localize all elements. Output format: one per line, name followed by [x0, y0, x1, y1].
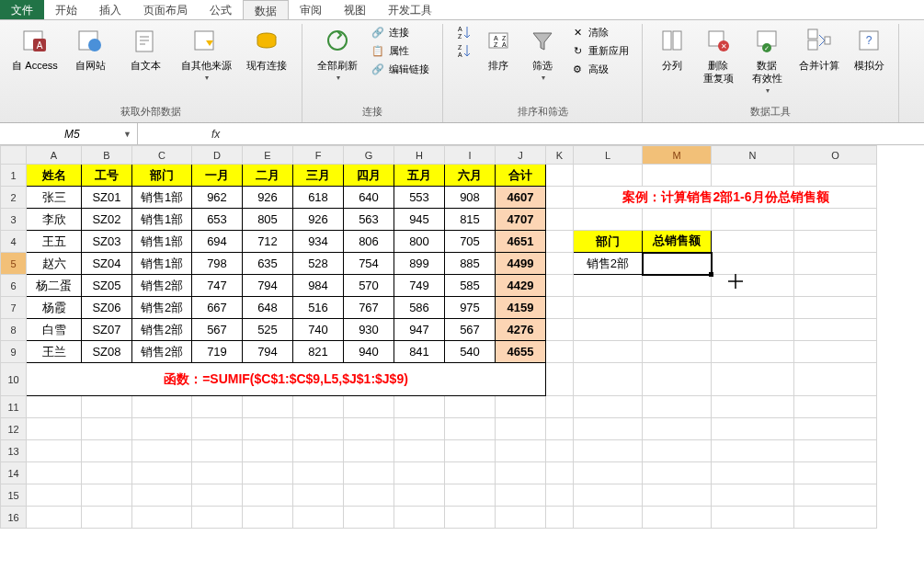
cell-N11[interactable] — [712, 396, 794, 418]
cell-D5[interactable]: 798 — [192, 253, 243, 275]
cell-O12[interactable] — [794, 418, 877, 440]
cell-I5[interactable]: 885 — [445, 253, 496, 275]
text-to-columns-button[interactable]: 分列 — [652, 24, 692, 74]
cell-E6[interactable]: 794 — [243, 275, 293, 297]
col-header-I[interactable]: I — [445, 146, 496, 165]
cell-A16[interactable] — [27, 507, 82, 529]
cell-B1[interactable]: 工号 — [82, 165, 132, 187]
cell-M12[interactable] — [643, 418, 712, 440]
cell-D1[interactable]: 一月 — [192, 165, 243, 187]
cell-O1[interactable] — [794, 165, 877, 187]
cell-C3[interactable]: 销售1部 — [132, 209, 192, 231]
col-header-O[interactable]: O — [794, 146, 877, 165]
cell-A8[interactable]: 白雪 — [27, 319, 82, 341]
cell-G7[interactable]: 767 — [344, 297, 394, 319]
sort-desc-button[interactable]: ZA — [452, 42, 474, 59]
connections-button[interactable]: 🔗连接 — [367, 24, 433, 40]
cell-F7[interactable]: 516 — [293, 297, 344, 319]
cell-K12[interactable] — [546, 418, 574, 440]
cell-F16[interactable] — [293, 507, 344, 529]
cell-E5[interactable]: 635 — [243, 253, 293, 275]
remove-duplicates-button[interactable]: ✕ 删除重复项 — [696, 24, 740, 86]
col-header-F[interactable]: F — [293, 146, 344, 165]
cell-A14[interactable] — [27, 462, 82, 484]
cell-F12[interactable] — [293, 418, 344, 440]
cell-H11[interactable] — [394, 396, 445, 418]
cell-J4[interactable]: 4651 — [496, 231, 546, 253]
cell-M15[interactable] — [643, 484, 712, 507]
cell-A12[interactable] — [27, 418, 82, 440]
cell-J1[interactable]: 合计 — [496, 165, 546, 187]
cell-K4[interactable] — [546, 231, 574, 253]
spreadsheet-grid[interactable]: ABCDEFGHIJKLMNO1姓名工号部门一月二月三月四月五月六月合计2张三S… — [0, 145, 924, 581]
cell-D12[interactable] — [192, 418, 243, 440]
cell-J13[interactable] — [496, 440, 546, 462]
cell-O15[interactable] — [794, 484, 877, 507]
cell-L7[interactable] — [574, 297, 643, 319]
cell-D9[interactable]: 719 — [192, 341, 243, 363]
cell-M1[interactable] — [643, 165, 712, 187]
col-header-B[interactable]: B — [82, 146, 132, 165]
cell-O4[interactable] — [794, 231, 877, 253]
row-header-13[interactable]: 13 — [1, 440, 27, 462]
cell-E7[interactable]: 648 — [243, 297, 293, 319]
cell-C14[interactable] — [132, 462, 192, 484]
cell-N1[interactable] — [712, 165, 794, 187]
cell-G16[interactable] — [344, 507, 394, 529]
cell-C15[interactable] — [132, 484, 192, 507]
cell-K8[interactable] — [546, 319, 574, 341]
tab-view[interactable]: 视图 — [333, 0, 377, 19]
cell-I3[interactable]: 815 — [445, 209, 496, 231]
cell-G1[interactable]: 四月 — [344, 165, 394, 187]
cell-L4[interactable]: 部门 — [574, 231, 643, 253]
cell-L15[interactable] — [574, 484, 643, 507]
cell-H12[interactable] — [394, 418, 445, 440]
cell-E1[interactable]: 二月 — [243, 165, 293, 187]
cell-F8[interactable]: 740 — [293, 319, 344, 341]
cell-G3[interactable]: 563 — [344, 209, 394, 231]
cell-C7[interactable]: 销售2部 — [132, 297, 192, 319]
row-header-3[interactable]: 3 — [1, 209, 27, 231]
cell-L1[interactable] — [574, 165, 643, 187]
row-header-1[interactable]: 1 — [1, 165, 27, 187]
cell-M13[interactable] — [643, 440, 712, 462]
row-header-14[interactable]: 14 — [1, 462, 27, 484]
cell-K7[interactable] — [546, 297, 574, 319]
edit-links-button[interactable]: 🔗编辑链接 — [367, 61, 433, 77]
cell-A5[interactable]: 赵六 — [27, 253, 82, 275]
cell-H6[interactable]: 749 — [394, 275, 445, 297]
row-header-5[interactable]: 5 — [1, 253, 27, 275]
cell-A13[interactable] — [27, 440, 82, 462]
cell-F15[interactable] — [293, 484, 344, 507]
cell-J16[interactable] — [496, 507, 546, 529]
row-header-4[interactable]: 4 — [1, 231, 27, 253]
reapply-button[interactable]: ↻重新应用 — [566, 42, 633, 59]
filter-button[interactable]: 筛选▾ — [522, 24, 563, 86]
from-text-button[interactable]: 自文本 — [120, 24, 171, 74]
cell-N7[interactable] — [712, 297, 794, 319]
row-header-15[interactable]: 15 — [1, 484, 27, 507]
cell-J5[interactable]: 4499 — [496, 253, 546, 275]
name-box[interactable]: M5 ▼ — [0, 123, 138, 144]
cell-O16[interactable] — [794, 507, 877, 529]
row-header-7[interactable]: 7 — [1, 297, 27, 319]
cell-J3[interactable]: 4707 — [496, 209, 546, 231]
cell-D2[interactable]: 962 — [192, 187, 243, 209]
cell-J8[interactable]: 4276 — [496, 319, 546, 341]
cell-D16[interactable] — [192, 507, 243, 529]
row-header-11[interactable]: 11 — [1, 396, 27, 418]
col-header-A[interactable]: A — [27, 146, 82, 165]
cell-E15[interactable] — [243, 484, 293, 507]
cell-H15[interactable] — [394, 484, 445, 507]
cell-F4[interactable]: 934 — [293, 231, 344, 253]
cell-B11[interactable] — [82, 396, 132, 418]
consolidate-button[interactable]: 合并计算 — [793, 24, 845, 74]
cell-F9[interactable]: 821 — [293, 341, 344, 363]
cell-K1[interactable] — [546, 165, 574, 187]
formula-input[interactable] — [227, 128, 924, 141]
cell-I7[interactable]: 975 — [445, 297, 496, 319]
cell-N6[interactable] — [712, 275, 794, 297]
cell-K6[interactable] — [546, 275, 574, 297]
cell-E4[interactable]: 712 — [243, 231, 293, 253]
cell-F2[interactable]: 618 — [293, 187, 344, 209]
